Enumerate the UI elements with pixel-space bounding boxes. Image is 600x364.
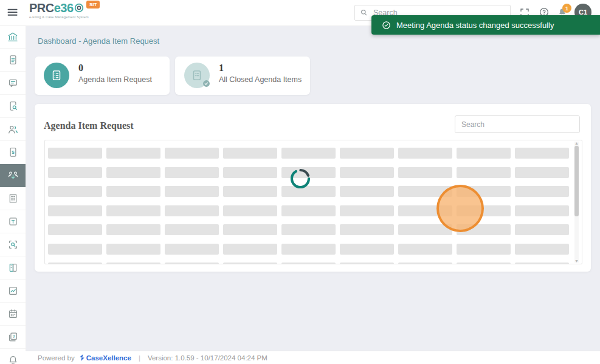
- loading-spinner-icon: [289, 168, 311, 190]
- logo-target-icon: [74, 2, 84, 15]
- users-icon: [7, 123, 19, 136]
- hamburger-menu-icon[interactable]: [6, 7, 19, 19]
- skeleton-bar: [106, 244, 160, 255]
- environment-badge: SIT: [86, 1, 100, 9]
- footer: Powered by CaseXellence | Version: 1.0.5…: [26, 351, 600, 364]
- skeleton-bar: [106, 148, 160, 159]
- scroll-down-arrow[interactable]: ▼: [574, 259, 579, 263]
- skeleton-bar: [165, 224, 219, 235]
- sidebar-item-institution[interactable]: [0, 26, 26, 49]
- skeleton-bar: [515, 263, 569, 264]
- skeleton-bar: [340, 263, 394, 264]
- document-search-icon: [7, 100, 19, 112]
- skeleton-bar: [165, 244, 219, 255]
- scrollbar-thumb[interactable]: [574, 146, 579, 216]
- app-logo[interactable]: PRCe36 e-Filing & Case Management System: [29, 2, 89, 19]
- skeleton-bar: [457, 244, 511, 255]
- skeleton-bar: [515, 186, 569, 197]
- scroll-up-arrow[interactable]: ▲: [574, 141, 579, 145]
- sidebar-item-meeting-agenda[interactable]: [0, 164, 26, 187]
- sidebar-item-reports[interactable]: [0, 280, 26, 303]
- skeleton-bar: [340, 224, 394, 235]
- skeleton-bar: [223, 224, 277, 235]
- skeleton-bar: [106, 205, 160, 216]
- notification-count-badge: 1: [562, 4, 571, 13]
- note-icon: [7, 216, 19, 227]
- app-logo-subtitle: e-Filing & Case Management System: [29, 16, 89, 19]
- skeleton-bar: [48, 205, 102, 216]
- skeleton-bar: [165, 263, 219, 264]
- table-scrollbar[interactable]: ▲ ▼: [574, 142, 579, 263]
- stat-card-agenda-item-request[interactable]: 0 Agenda Item Request: [35, 57, 170, 95]
- skeleton-bar: [398, 148, 452, 159]
- sidebar-item-documents[interactable]: [0, 49, 26, 72]
- skeleton-bar: [340, 148, 394, 159]
- agenda-list-icon: [44, 63, 69, 88]
- sidebar-item-scan-search[interactable]: [0, 233, 26, 256]
- version-label: Version: 1.0.59 - 10/17/2024 04:24 PM: [148, 354, 267, 362]
- help-document-icon: ?: [7, 331, 19, 343]
- skeleton-bar: [106, 186, 160, 197]
- skeleton-bar: [281, 224, 336, 235]
- skeleton-bar: [398, 167, 452, 178]
- powered-by-label: Powered by: [38, 354, 75, 362]
- skeleton-bar: [398, 224, 452, 235]
- check-badge-icon: [202, 80, 210, 88]
- skeleton-bar: [165, 167, 219, 178]
- sidebar-item-ledger[interactable]: [0, 256, 26, 280]
- sidebar-nav: $ ?: [0, 26, 26, 364]
- skeleton-bar: [398, 186, 452, 197]
- table-search-input[interactable]: [455, 116, 579, 132]
- skeleton-bar: [281, 263, 336, 264]
- search-icon: [360, 9, 368, 17]
- agenda-item-request-panel: Agenda Item Request ▲ ▼: [35, 104, 591, 272]
- skeleton-bar: [457, 167, 511, 178]
- sidebar-item-messages[interactable]: [0, 72, 26, 95]
- stat-card-all-closed-agenda-items[interactable]: 1 All Closed Agenda Items: [175, 57, 310, 95]
- sidebar-item-organization[interactable]: [0, 187, 26, 210]
- skeleton-bar: [340, 205, 394, 216]
- loading-table: ▲ ▼: [44, 140, 582, 264]
- sidebar-item-users[interactable]: [0, 118, 26, 141]
- organization-icon: [7, 193, 19, 204]
- skeleton-bar: [223, 205, 277, 216]
- agenda-closed-icon: [184, 63, 210, 88]
- footer-separator: |: [139, 354, 140, 362]
- sidebar-item-invoice[interactable]: $: [0, 141, 26, 164]
- brand-icon: [78, 354, 85, 362]
- skeleton-bar: [165, 186, 219, 197]
- meeting-agenda-icon: [7, 169, 19, 182]
- svg-text:$: $: [12, 149, 15, 155]
- document-icon: [7, 54, 19, 66]
- skeleton-bar: [398, 263, 452, 264]
- skeleton-bar: [457, 148, 511, 159]
- skeleton-bar: [515, 224, 569, 235]
- sidebar-item-document-search[interactable]: [0, 95, 26, 118]
- skeleton-bar: [106, 224, 160, 235]
- skeleton-bar: [281, 148, 336, 159]
- ledger-icon: [7, 262, 19, 273]
- skeleton-bar: [398, 205, 452, 216]
- scan-search-icon: [7, 239, 19, 250]
- skeleton-bar: [281, 205, 336, 216]
- skeleton-bar: [223, 167, 277, 178]
- institution-icon: [7, 31, 19, 43]
- chart-icon: [7, 285, 19, 297]
- sidebar-item-notifications[interactable]: [0, 349, 26, 364]
- app-window: PRCe36 e-Filing & Case Management System…: [0, 0, 600, 364]
- skeleton-bar: [398, 244, 452, 255]
- brand-link[interactable]: CaseXellence: [78, 354, 131, 362]
- skeleton-bar: [515, 167, 569, 178]
- sidebar-item-calendar[interactable]: [0, 303, 26, 326]
- skeleton-bar: [165, 148, 219, 159]
- skeleton-bar: [340, 167, 394, 178]
- sidebar-item-help-documents[interactable]: ?: [0, 326, 26, 349]
- skeleton-grid: [48, 148, 569, 264]
- skeleton-bar: [223, 148, 277, 159]
- stat-value: 1: [219, 63, 302, 74]
- calendar-icon: [7, 308, 19, 320]
- breadcrumb: Dashboard - Agenda Item Request: [38, 36, 159, 46]
- sidebar-item-notes[interactable]: [0, 210, 26, 233]
- skeleton-bar: [281, 244, 336, 255]
- skeleton-bar: [457, 224, 511, 235]
